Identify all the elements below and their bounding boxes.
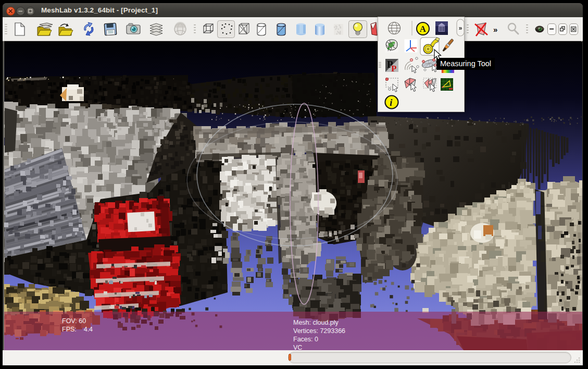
svg-text:A: A: [420, 24, 427, 34]
svg-text:P: P: [391, 64, 396, 73]
svg-text:FPS: 4.4: FPS: 4.4: [62, 326, 93, 333]
svg-text:FOV: 60: FOV: 60: [62, 317, 86, 325]
svg-text:»: »: [459, 24, 462, 32]
svg-text:i: i: [390, 97, 393, 108]
svg-text:Faces: 0: Faces: 0: [293, 336, 318, 343]
svg-text:Vertices: 7293366: Vertices: 7293366: [293, 327, 345, 335]
svg-text:»: »: [493, 25, 497, 34]
svg-text:Mesh: cloud.ply: Mesh: cloud.ply: [293, 319, 339, 326]
